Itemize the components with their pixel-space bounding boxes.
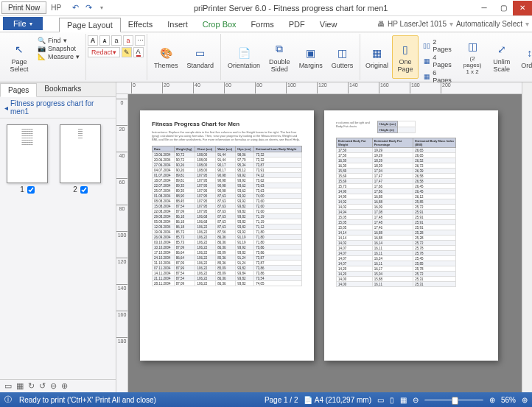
horizontal-ruler: 020406080100120140160180200 bbox=[116, 82, 522, 94]
status-view-1[interactable]: ▭ bbox=[377, 396, 384, 404]
collapse-icon: ◂ bbox=[4, 104, 8, 112]
status-page[interactable]: Page 1 / 2 bbox=[265, 396, 298, 404]
status-view-2[interactable]: ▯ bbox=[390, 396, 394, 404]
window-title: priPrinter Server 6.0 - Fitness progress… bbox=[107, 4, 475, 13]
undo-icon[interactable]: ↶ bbox=[70, 3, 80, 13]
tab-crop-box[interactable]: Crop Box bbox=[195, 18, 244, 31]
page-1-preview: Fitness Progress Chart for Men Instructi… bbox=[140, 110, 314, 361]
6-pages-button[interactable]: ▦6 Pages bbox=[423, 69, 454, 84]
2-pages-button[interactable]: ▯▯2 Pages bbox=[423, 38, 454, 53]
find-button[interactable]: 🔍Find ▾ bbox=[37, 37, 80, 44]
redact-button[interactable]: Redact ▾ bbox=[88, 47, 120, 57]
tab-page-layout[interactable]: Page Layout bbox=[59, 18, 121, 32]
file-menu[interactable]: File bbox=[3, 17, 43, 30]
sp-zoom-in[interactable]: ⊕ bbox=[61, 381, 68, 391]
zoom-out[interactable]: ⊖ bbox=[413, 396, 419, 404]
page-thumbnail-2[interactable]: ▬▬▬▬▬▬▬▬▬▬ 2 bbox=[57, 124, 103, 373]
vertical-scrollbar[interactable] bbox=[522, 82, 532, 392]
tab-forms[interactable]: Forms bbox=[244, 18, 281, 31]
doc-instructions: Instructions: Replace the sample data in… bbox=[152, 130, 302, 141]
char2-button[interactable]: a bbox=[123, 35, 133, 46]
sp-tool-4[interactable]: ↺ bbox=[39, 381, 46, 391]
maximize-button[interactable]: ▢ bbox=[494, 1, 513, 15]
margins-button[interactable]: ▣Margins bbox=[295, 35, 326, 79]
tab-insert[interactable]: Insert bbox=[160, 18, 195, 31]
orientation-button[interactable]: 📄Orientation bbox=[224, 35, 264, 79]
sp-zoom-out[interactable]: ⊖ bbox=[50, 381, 57, 391]
original-button[interactable]: ▦Original bbox=[363, 35, 391, 79]
highlight-button[interactable]: ✎ bbox=[122, 47, 132, 57]
zoom-fit[interactable]: ⊕ bbox=[522, 396, 528, 404]
2pages-1x2-button[interactable]: ◫(2 pages) 1 x 2 bbox=[458, 35, 486, 79]
zoom-slider[interactable] bbox=[424, 399, 483, 401]
ruler-icon: 📐 bbox=[37, 53, 46, 60]
status-size[interactable]: 📄 A4 (210,297 mm) bbox=[304, 396, 371, 404]
zoom-in[interactable]: ⊕ bbox=[489, 396, 495, 404]
more-button[interactable]: ⋯ bbox=[135, 35, 145, 46]
unlim-scale-button[interactable]: ⤢Unlim Scale bbox=[489, 35, 515, 79]
doc-title: Fitness Progress Chart for Men bbox=[152, 121, 302, 127]
tab-effects[interactable]: Effects bbox=[121, 18, 160, 31]
printer-brand-label: HP bbox=[46, 2, 66, 13]
vertical-ruler: 020406080100120140160180 bbox=[116, 94, 128, 392]
measure-button[interactable]: 📐Measure ▾ bbox=[37, 53, 80, 60]
tab-pdf[interactable]: PDF bbox=[281, 18, 312, 31]
standard-button[interactable]: ▭Standard bbox=[183, 35, 218, 79]
preview-canvas[interactable]: Fitness Progress Chart for Men Instructi… bbox=[128, 94, 522, 392]
page-select-button[interactable]: ↖Page Select bbox=[6, 35, 32, 79]
redo-icon[interactable]: ↷ bbox=[83, 3, 94, 13]
sp-tool-3[interactable]: ↻ bbox=[28, 381, 35, 391]
sp-tool-1[interactable]: ▭ bbox=[4, 381, 12, 391]
data-table-2: Estimated Body Fat WeightEstimated Body … bbox=[336, 138, 456, 287]
page-thumbnail-1[interactable]: ▬▬▬▬▬▬▬▬▬▬▬▬▬▬▬▬▬▬▬▬▬▬▬▬▬▬▬▬▬▬▬▬▬▬▬▬▬▬▬▬… bbox=[4, 124, 50, 373]
printer-name[interactable]: HP LaserJet 1015 bbox=[388, 20, 447, 28]
qat-dropdown-icon[interactable]: ▾ bbox=[97, 3, 107, 13]
status-view-3[interactable]: ▦ bbox=[400, 396, 407, 404]
4-pages-button[interactable]: ▦4 Pages bbox=[423, 54, 454, 68]
data-table-1: DateWeight (kg)Chest (cm)Waist (cm)Hips … bbox=[152, 146, 302, 286]
bookmarks-tab[interactable]: Bookmarks bbox=[37, 82, 88, 96]
close-button[interactable]: ✕ bbox=[513, 1, 532, 15]
double-sided-button[interactable]: ⧉Double Sided bbox=[265, 35, 294, 79]
camera-icon: 📷 bbox=[37, 45, 46, 52]
printer-mode[interactable]: Automatically Select bbox=[456, 20, 522, 28]
tab-view[interactable]: View bbox=[312, 18, 345, 31]
order-button[interactable]: ↕Order bbox=[517, 35, 532, 79]
pages-tab[interactable]: Pages bbox=[0, 83, 37, 97]
status-ready: Ready to print ('Ctrl+X' Print All and c… bbox=[19, 396, 156, 404]
zoom-level[interactable]: 56% bbox=[501, 396, 516, 404]
font-grow-button[interactable]: A bbox=[88, 35, 98, 46]
thumb-2-checkbox[interactable] bbox=[80, 186, 88, 194]
find-icon: 🔍 bbox=[37, 37, 46, 44]
printer-icon: 🖶 bbox=[377, 20, 385, 28]
font-color-button[interactable]: A bbox=[133, 47, 144, 57]
print-now-button[interactable]: Print Now bbox=[1, 1, 46, 14]
gutters-button[interactable]: ◫Gutters bbox=[328, 35, 357, 79]
sp-tool-2[interactable]: ▦ bbox=[16, 381, 24, 391]
document-name[interactable]: ◂Fitness progress chart for men1 bbox=[0, 97, 116, 118]
font-shrink-button[interactable]: A bbox=[99, 35, 110, 46]
status-ready-icon: ⓘ bbox=[4, 394, 12, 405]
thumb-1-checkbox[interactable] bbox=[27, 186, 35, 194]
snapshot-button[interactable]: 📷Snapshot bbox=[37, 45, 80, 52]
themes-button[interactable]: 🎨Themes bbox=[150, 35, 182, 79]
minimize-button[interactable]: ─ bbox=[475, 1, 494, 15]
one-page-button[interactable]: ▯One Page bbox=[392, 35, 419, 79]
char-button[interactable]: a bbox=[111, 35, 122, 46]
page-2-preview: e columns will be ight and Body Fat char… bbox=[324, 110, 498, 361]
